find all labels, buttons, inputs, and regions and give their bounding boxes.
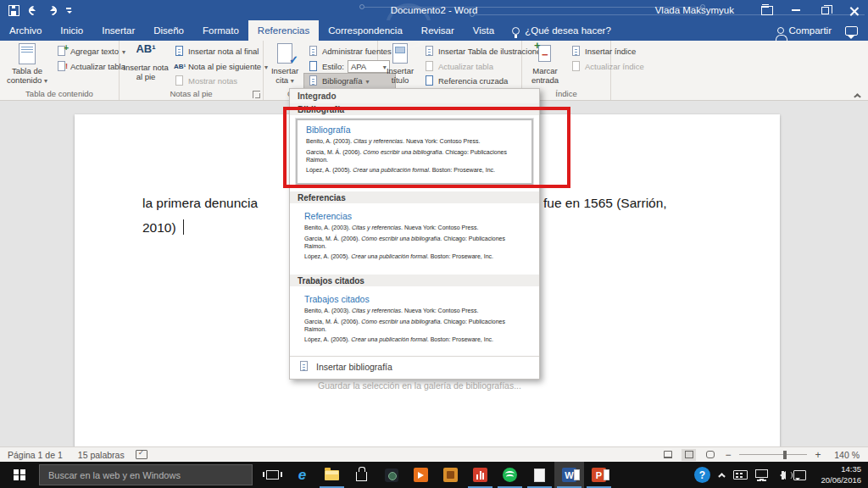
help-tray-icon[interactable]: ? xyxy=(694,467,710,483)
tab-insertar[interactable]: Insertar xyxy=(92,20,144,41)
camera-app-button[interactable] xyxy=(376,462,406,488)
gallery-item-referencias[interactable]: Referencias Benito, A. (2003). Citas y r… xyxy=(296,207,533,268)
update-table-icon xyxy=(56,61,67,72)
document-text-line1-right: fue en 1565 (Sarrión, xyxy=(543,196,667,211)
touch-keyboard-icon[interactable] xyxy=(733,470,748,480)
show-hidden-icons-chevron[interactable] xyxy=(718,473,726,478)
network-icon[interactable] xyxy=(755,469,768,478)
citation-line: López, A. (2005). Crear una publicación … xyxy=(306,167,523,175)
tab-diseno[interactable]: Diseño xyxy=(144,20,193,41)
start-button[interactable] xyxy=(0,462,39,488)
signed-in-user[interactable]: Vlada Maksymyuk xyxy=(655,5,734,15)
tab-inicio[interactable]: Inicio xyxy=(51,20,92,41)
spotify-app-button[interactable] xyxy=(495,462,525,488)
video-app-button[interactable] xyxy=(406,462,436,488)
lightbulb-icon xyxy=(512,27,520,35)
tab-correspondencia[interactable]: Correspondencia xyxy=(319,20,412,41)
marcar-entrada-button[interactable]: Marcar entrada xyxy=(526,42,565,86)
gallery-item-title: Trabajos citados xyxy=(304,294,525,304)
print-layout-button[interactable] xyxy=(682,449,696,461)
tell-me-box[interactable]: ¿Qué desea hacer? xyxy=(504,20,620,41)
insertar-titulo-button[interactable]: Insertar título xyxy=(381,42,420,86)
store-bag-icon xyxy=(356,472,367,481)
zoom-slider-thumb[interactable] xyxy=(783,451,787,459)
insert-caption-icon xyxy=(389,43,411,65)
share-label: Compartir xyxy=(789,25,832,36)
proofing-status-icon[interactable] xyxy=(136,450,147,459)
word-icon: W xyxy=(562,468,576,482)
table-of-contents-icon xyxy=(16,43,38,65)
nota-al-pie-siguiente-button[interactable]: AB¹ Nota al pie siguiente xyxy=(170,59,271,75)
zoom-level[interactable]: 140 % xyxy=(829,450,860,460)
print-layout-icon xyxy=(685,451,693,458)
play-icon xyxy=(414,468,428,482)
group-label: Tabla de contenido xyxy=(0,89,119,98)
restore-button[interactable] xyxy=(810,0,839,20)
insertar-indice-button[interactable]: Insertar índice xyxy=(567,44,648,59)
equalizer-app-button[interactable] xyxy=(465,462,495,488)
windows-logo-icon xyxy=(14,469,25,481)
store-app-button[interactable] xyxy=(347,462,376,488)
gallery-item-title: Bibliografía xyxy=(306,125,523,135)
edge-app-button[interactable]: e xyxy=(287,462,317,488)
word-count[interactable]: 15 palabras xyxy=(70,450,132,460)
tab-formato[interactable]: Formato xyxy=(193,20,248,41)
footnotes-dialog-launcher-icon[interactable] xyxy=(253,91,260,98)
insertar-bibliografia-menu-item[interactable]: Insertar bibliografía xyxy=(290,357,539,376)
zoom-in-button[interactable]: + xyxy=(814,449,822,461)
zoom-out-button[interactable]: − xyxy=(724,449,732,461)
word-app-button[interactable]: W xyxy=(554,462,584,488)
powerpoint-icon: P xyxy=(592,468,606,482)
volume-icon[interactable] xyxy=(776,471,786,480)
close-icon xyxy=(849,6,859,15)
insertar-cita-button[interactable]: Insertar cita xyxy=(265,42,304,86)
read-mode-button[interactable] xyxy=(660,449,675,461)
ribbon-display-options-icon xyxy=(761,6,773,15)
ribbon-display-options-button[interactable] xyxy=(753,0,782,20)
tab-vista[interactable]: Vista xyxy=(464,20,504,41)
update-table-icon xyxy=(424,61,435,72)
bibliography-icon xyxy=(308,75,319,86)
add-text-icon xyxy=(56,46,67,57)
notepad-app-button[interactable] xyxy=(525,462,554,488)
gallery-item-bibliografia[interactable]: Bibliografía Benito, A. (2003). Citas y … xyxy=(296,119,533,185)
guardar-seleccion-menu-item[interactable]: Guardar la selección en la galería de bi… xyxy=(290,376,539,395)
tab-revisar[interactable]: Revisar xyxy=(412,20,464,41)
group-notas-al-pie: AB¹ Insertar nota al pie Insertar nota a… xyxy=(120,41,264,100)
agregar-texto-button[interactable]: Agregar texto xyxy=(53,44,129,59)
page-indicator[interactable]: Página 1 de 1 xyxy=(0,450,70,460)
citation-line: Benito, A. (2003). Citas y referencias. … xyxy=(304,308,525,315)
read-mode-icon xyxy=(664,451,672,458)
tab-archivo[interactable]: Archivo xyxy=(0,20,51,41)
actualizar-tabla-button[interactable]: Actualizar tabla xyxy=(53,59,129,75)
gallery-item-trabajos-citados[interactable]: Trabajos citados Benito, A. (2003). Cita… xyxy=(296,290,533,351)
clock-time: 14:35 xyxy=(814,464,861,474)
taskbar-clock[interactable]: 14:35 20/06/2016 xyxy=(814,464,861,485)
mostrar-notas-button[interactable]: Mostrar notas xyxy=(170,74,271,89)
tab-referencias[interactable]: Referencias xyxy=(248,20,319,41)
comments-icon[interactable] xyxy=(845,26,858,36)
share-button[interactable]: Compartir xyxy=(777,25,832,36)
insert-bibliography-icon xyxy=(298,361,309,372)
actualizar-indice-button[interactable]: Actualizar índice xyxy=(567,59,648,75)
insertar-nota-al-pie-button[interactable]: AB¹ Insertar nota al pie xyxy=(123,42,169,82)
document-page-icon xyxy=(534,469,545,482)
minimize-button[interactable] xyxy=(782,0,810,20)
close-button[interactable] xyxy=(839,0,868,20)
photos-app-button[interactable] xyxy=(436,462,465,488)
action-center-icon[interactable] xyxy=(793,470,806,480)
web-layout-button[interactable] xyxy=(703,449,717,461)
insertar-nota-al-final-button[interactable]: Insertar nota al final xyxy=(170,44,271,59)
collapse-ribbon-icon[interactable] xyxy=(854,92,861,97)
task-view-button[interactable] xyxy=(258,462,287,488)
zoom-slider[interactable] xyxy=(739,454,807,456)
equalizer-icon xyxy=(473,468,487,482)
taskbar-search-input[interactable] xyxy=(39,464,253,485)
mark-entry-icon xyxy=(534,43,556,65)
file-explorer-button[interactable] xyxy=(317,462,347,488)
footnote-icon: AB¹ xyxy=(135,43,157,62)
manage-sources-icon xyxy=(308,46,319,57)
gallery-section-label-bibliografia: Bibliografía xyxy=(290,103,539,115)
powerpoint-app-button[interactable]: P xyxy=(584,462,614,488)
tabla-de-contenido-button[interactable]: Tabla de contenido xyxy=(4,42,50,86)
